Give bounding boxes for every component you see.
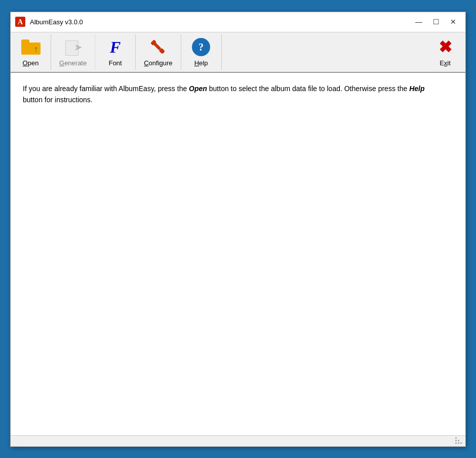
- toolbar: ↑ Open ➤ Generate F Font: [11, 32, 465, 73]
- exit-icon: ✖: [435, 37, 455, 57]
- help-icon: ?: [191, 37, 211, 57]
- maximize-button[interactable]: ☐: [428, 15, 444, 29]
- welcome-text-post-open: button to select the album data file to …: [207, 85, 409, 93]
- configure-icon: [148, 37, 168, 57]
- open-label: Open: [23, 59, 39, 67]
- font-button[interactable]: F Font: [95, 34, 136, 70]
- resize-grip[interactable]: [455, 437, 462, 444]
- open-button[interactable]: ↑ Open: [11, 34, 51, 70]
- help-reference: Help: [409, 85, 424, 93]
- minimize-button[interactable]: —: [411, 15, 427, 29]
- open-icon: ↑: [21, 37, 41, 57]
- titlebar: A AlbumEasy v3.0.0 — ☐ ✕: [11, 12, 465, 32]
- welcome-text-post-help: button for instructions.: [23, 96, 93, 104]
- toolbar-spacer: [222, 34, 425, 70]
- generate-button[interactable]: ➤ Generate: [51, 34, 95, 70]
- configure-button[interactable]: Configure: [136, 34, 181, 70]
- close-button[interactable]: ✕: [445, 15, 461, 29]
- app-icon: A: [15, 16, 26, 27]
- open-reference: Open: [189, 85, 207, 93]
- font-label: Font: [109, 59, 122, 67]
- exit-label: Exit: [440, 59, 451, 67]
- window-controls: — ☐ ✕: [411, 15, 461, 29]
- help-button[interactable]: ? Help: [181, 34, 222, 70]
- font-icon: F: [105, 37, 126, 57]
- help-label: Help: [194, 59, 208, 67]
- svg-text:A: A: [18, 18, 23, 26]
- configure-label: Configure: [144, 59, 172, 67]
- generate-icon: ➤: [63, 37, 83, 57]
- welcome-text-pre-open: If you are already familiar with AlbumEa…: [23, 85, 189, 93]
- exit-button[interactable]: ✖ Exit: [425, 34, 465, 70]
- welcome-message: If you are already familiar with AlbumEa…: [23, 83, 438, 106]
- generate-label: Generate: [59, 59, 87, 67]
- main-content: If you are already familiar with AlbumEa…: [11, 73, 465, 435]
- application-window: A AlbumEasy v3.0.0 — ☐ ✕ ↑ Open: [10, 12, 466, 447]
- statusbar: [11, 435, 465, 446]
- window-title: AlbumEasy v3.0.0: [30, 18, 411, 26]
